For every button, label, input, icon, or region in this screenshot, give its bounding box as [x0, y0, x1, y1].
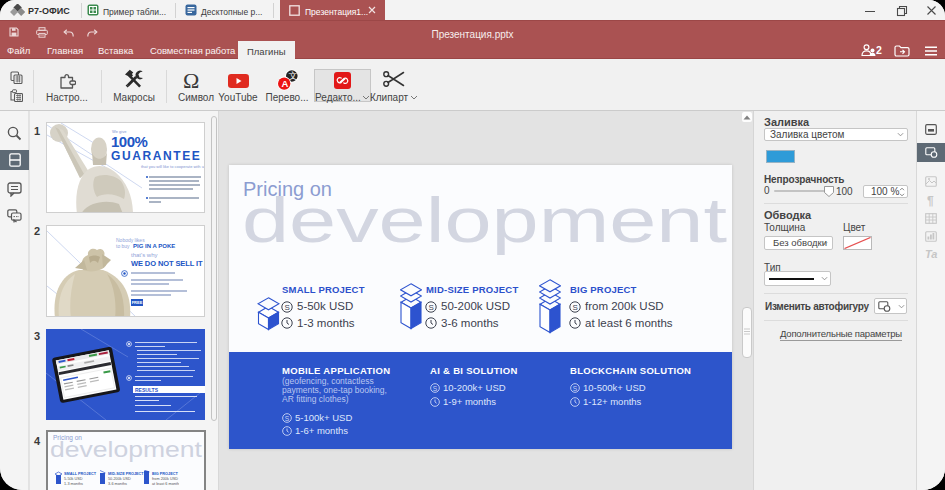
svg-text:development: development	[242, 185, 728, 255]
svg-text:S: S	[285, 415, 290, 422]
svg-text:50-200k USD: 50-200k USD	[108, 477, 131, 481]
svg-text:5-50k USD: 5-50k USD	[64, 477, 83, 481]
svg-text:MID-SIZE PROJECT: MID-SIZE PROJECT	[108, 472, 144, 476]
svg-text:1-3 months: 1-3 months	[64, 482, 83, 486]
svg-text:BIG PROJECT: BIG PROJECT	[152, 472, 178, 476]
svg-text:3-6 months: 3-6 months	[108, 482, 127, 486]
svg-text:A: A	[281, 78, 288, 89]
svg-text:development: development	[50, 437, 202, 462]
svg-text:S: S	[573, 385, 578, 392]
svg-text:SMALL PROJECT: SMALL PROJECT	[64, 472, 97, 476]
svg-text:S: S	[428, 303, 433, 312]
svg-text:at least 6 months: at least 6 months	[152, 482, 179, 486]
svg-text:S: S	[433, 385, 438, 392]
svg-text:S: S	[572, 303, 577, 312]
svg-text:from 200k USD: from 200k USD	[152, 477, 178, 481]
svg-text:S: S	[284, 303, 289, 312]
